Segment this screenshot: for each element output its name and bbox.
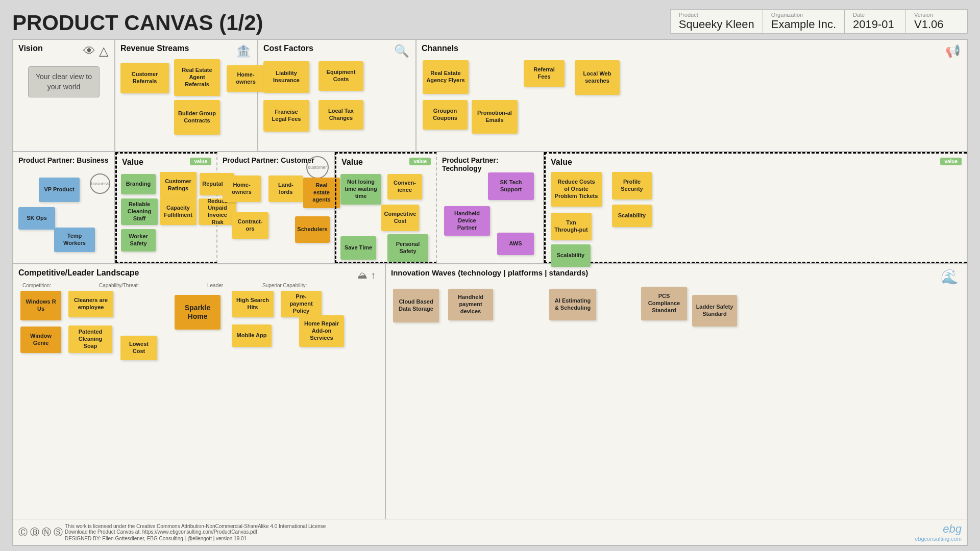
wave-icon: 🌊 [941,268,959,285]
innovation-title: Innovation Waves (technology | platforms… [391,268,962,277]
product-value: Squeeky Kleen [679,18,754,31]
note-personal-safety: Personal Safety [387,234,428,262]
row-top: Vision 👁 △ Your clear view to your world… [13,40,967,152]
row-mid: Product Partner: Business VP Product SK … [13,152,967,264]
note-high-search: High Search Hits [232,291,274,317]
note-branding: Branding [121,174,156,194]
vision-icon: 👁 △ [83,44,108,58]
note-scalability2: Scalability [551,244,591,267]
note-prepayment: Pre-payment Policy [281,291,322,317]
partner-tech-title: Product Partner: Technology [442,156,538,172]
note-re-flyers: Real Estate Agency Flyers [423,60,469,94]
note-promo-emails: Promotion-al Emails [472,100,518,134]
section-cost: Cost Factors 🔍 Liability Insurance Equip… [258,40,416,151]
section-value2: Value value Not losing time waiting time… [335,152,437,263]
note-sk-tech: SK Tech Support [488,172,534,200]
header: PRODUCT CANVAS (1/2) Product Squeeky Kle… [12,9,968,34]
competition-label: Competition: [22,283,51,288]
note-scalability1: Scalability [612,205,652,227]
note-window-genie: Window Genie [20,327,61,353]
note-homeowners-cust: Home-owners [223,176,261,202]
note-txn-throughput: Txn Through-put [551,213,592,240]
note-cleaners-employee: Cleaners are employee [68,291,113,317]
page-title: PRODUCT CANVAS (1/2) [12,12,263,34]
designed-by: DESIGNED BY: Ellen Gottesdiener, EBG Con… [65,536,326,541]
canvas: Vision 👁 △ Your clear view to your world… [12,39,968,546]
revenue-icon: 🏦 [236,44,251,58]
brand-name: ebg [915,522,962,536]
note-web-search: Local Web searches [575,60,620,95]
value3-title: Value [551,158,962,167]
cost-title: Cost Factors [263,44,410,53]
note-handheld-device: Handheld Device Partner [444,206,490,236]
cc-license: Ⓒ Ⓑ Ⓝ Ⓢ This work is licensed under the … [18,523,326,541]
note-ai-estimating: AI Estimating & Scheduling [549,289,596,320]
note-vp-product: VP Product [39,178,80,202]
version-label: Version [914,12,959,18]
note-handheld-payment: Handheld payment devices [448,289,493,320]
capability-label: Capability/Threat: [99,283,139,288]
note-aws: AWS [497,233,534,255]
date-label: Date [853,12,897,18]
product-label: Product [679,12,754,18]
note-equipment: Equipment Costs [318,61,363,91]
note-landlords: Land-lords [268,176,303,202]
org-label: Organization [771,12,836,18]
value1-badge: value [190,158,211,165]
note-lowest-cost: Lowest Cost [120,336,157,360]
revenue-title: Revenue Streams [120,44,252,53]
version-value: V1.06 [914,18,944,31]
superior-label: Superior Capability: [262,283,307,288]
section-partner-biz: Product Partner: Business VP Product SK … [13,152,115,263]
row-bot: Competitive/Leader Landscape Competition… [13,264,967,519]
section-revenue: Revenue Streams 🏦 Customer Referrals Rea… [115,40,258,151]
channels-title: Channels [422,44,962,53]
note-competitive-cost: Competitive Cost [381,205,419,231]
vision-note: Your clear view to your world [28,66,100,97]
date-value: 2019-01 [853,18,894,31]
org-value: Example Inc. [771,18,836,31]
compete-icon: ⛰ ↑ [357,269,376,281]
note-not-losing-time: Not losing time waiting time [340,174,381,205]
note-liability: Liability Insurance [263,61,309,93]
note-builder-contracts: Builder Group Contracts [174,100,220,135]
note-customer-referrals: Customer Referrals [120,63,169,93]
partner-biz-title: Product Partner: Business [18,156,109,164]
note-convenience: Conven-ience [387,174,422,199]
section-value1: Value value Branding Customer Ratings Re… [115,152,217,263]
note-home-repair: Home Repair Add-on Services [299,315,344,347]
note-referral-fees: Referral Fees [524,60,565,87]
compete-title: Competitive/Leader Landscape [18,268,380,278]
footer: Ⓒ Ⓑ Ⓝ Ⓢ This work is licensed under the … [13,519,967,545]
note-windows-r-us: Windows R Us [20,291,61,320]
note-reduce-costs-tech: Reduce Costs of Onsite Problem Tickets [551,172,602,207]
note-worker-safety: Worker Safety [121,229,156,252]
note-sk-ops: SK Ops [18,207,55,230]
download-text: Download the Product Canvas at: https://… [65,529,326,535]
note-pcs-compliance: PCS Compliance Standard [641,287,687,320]
section-partner-tech: Product Partner: Technology SK Tech Supp… [437,152,544,263]
section-vision: Vision 👁 △ Your clear view to your world [13,40,115,151]
cost-icon: 🔍 [394,44,409,58]
meta-org: Organization Example Inc. [763,10,845,33]
note-ladder-safety: Ladder Safety Standard [692,295,737,327]
leader-label: Leader [207,283,223,288]
note-franchise: Francise Legal Fees [263,100,309,132]
note-contractors: Contract-ors [232,212,268,239]
section-compete: Competitive/Leader Landscape Competition… [13,264,386,519]
channels-icon: 📢 [945,44,961,58]
meta-date: Date 2019-01 [845,10,906,33]
note-reliable-cleaning: Reliable Cleaning Staff [121,198,158,225]
meta-product: Product Squeeky Kleen [671,10,763,33]
note-groupon: Groupon Coupons [423,100,468,130]
section-channels: Channels 📢 Real Estate Agency Flyers Ref… [416,40,967,151]
note-mobile-app: Mobile App [232,324,272,347]
section-value3: Value value Reduce Costs of Onsite Probl… [544,152,967,263]
footer-brand-block: ebg ebgconsulting.com [915,522,962,542]
note-schedulers: Schedulers [295,216,330,243]
note-customer-ratings: Customer Ratings [160,172,197,198]
business-circle: business [90,173,110,194]
note-patented-soap: Patented Cleaning Soap [68,325,112,353]
note-capacity: Capacity Fulfillment [160,198,197,225]
value2-badge: value [409,158,431,165]
